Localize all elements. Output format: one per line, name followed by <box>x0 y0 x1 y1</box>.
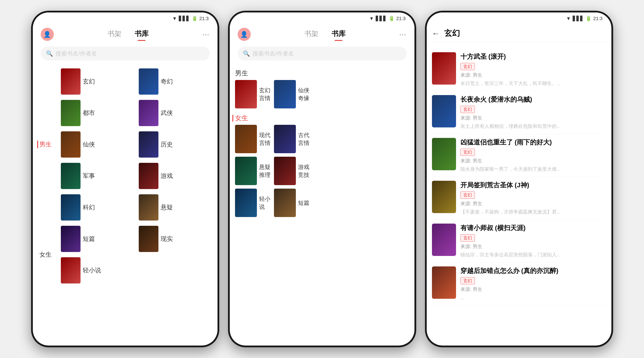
book-info-5: 有请小师叔 (横扫天涯) 玄幻 来源: 男生 镇仙宗，宗主等多位高层突然陨落，门… <box>460 224 606 258</box>
list-item[interactable]: 奇幻 <box>137 67 213 96</box>
book-cover-3 <box>432 138 456 170</box>
tab-library-1[interactable]: 书库 <box>134 29 148 39</box>
table-row[interactable]: 有请小师叔 (横扫天涯) 玄幻 来源: 男生 镇仙宗，宗主等多位高层突然陨落，门… <box>432 220 606 262</box>
more-button-2[interactable]: ··· <box>399 30 406 38</box>
book-cover-kehuan <box>61 194 80 220</box>
category-name-duanpian: 短篇 <box>83 235 95 243</box>
list-item[interactable]: 军事 <box>59 161 135 191</box>
book-source-3: 来源: 男生 <box>460 158 606 164</box>
tab-bookshelf-1[interactable]: 书架 <box>108 29 122 39</box>
time-display-3: 21:3 <box>593 16 603 21</box>
category-name-xianshi: 现实 <box>160 235 173 243</box>
list-item[interactable]: 历史 <box>137 130 213 159</box>
male-genre-header: 男生 <box>235 69 409 78</box>
status-bar-1: ▼ ▋▋▋ 🔋 21:3 <box>33 12 218 25</box>
male-genre-section: 男生 玄幻言情 仙侠奇缘 <box>230 67 414 111</box>
status-bar-2: ▼ ▋▋▋ 🔋 21:3 <box>230 12 414 25</box>
table-row[interactable]: 长夜余火 (爱潜水的乌贼) 玄幻 来源: 男生 灰土上所有人都相信，埋葬在危险和… <box>432 91 606 134</box>
book-source-2: 来源: 男生 <box>460 115 606 121</box>
book-source-6: 来源: 男生 <box>460 286 606 293</box>
time-display-2: 21:3 <box>396 16 406 21</box>
book-tag-1: 玄幻 <box>460 63 475 70</box>
book-info-2: 长夜余火 (爱潜水的乌贼) 玄幻 来源: 男生 灰土上所有人都相信，埋葬在危险和… <box>460 95 606 130</box>
list-item[interactable]: 玄幻言情 <box>235 80 270 108</box>
cover-img <box>61 68 80 95</box>
genre-cover-xianxia-qiyuan <box>274 80 296 108</box>
list-item[interactable]: 武侠 <box>137 98 213 128</box>
book-title-6: 穿越后加错点怎么办 (真的亦沉醉) <box>460 266 606 275</box>
male-genre-label[interactable]: 男生 <box>235 69 248 78</box>
list-item[interactable]: 科幻 <box>59 192 135 222</box>
book-tag-2: 玄幻 <box>460 106 475 113</box>
avatar-2[interactable]: 👤 <box>238 28 251 41</box>
signal-icon-3: ▋▋▋ <box>573 16 584 21</box>
search-bar-2[interactable]: 🔍 搜索书名/作者名 <box>238 46 406 61</box>
table-row[interactable]: 十方武圣 (滚开) 玄幻 来源: 男生 末日荒土，世宗三年，天下大乱，民不聊生。… <box>432 48 606 91</box>
book-title-3: 凶猛道侣也重生了 (雨下的好大) <box>460 138 606 147</box>
book-title-2: 长夜余火 (爱潜水的乌贼) <box>460 95 606 104</box>
category-name-junshi: 军事 <box>83 172 95 180</box>
list-item[interactable]: 游戏竞技 <box>274 157 310 185</box>
genre-cover-qingxiaoshuo <box>235 189 257 217</box>
back-button[interactable]: ← <box>432 29 440 38</box>
female-genre-label[interactable]: 女生 <box>235 114 248 123</box>
male-label[interactable]: 男生 <box>37 67 59 222</box>
list-item[interactable]: 短篇 <box>274 189 310 217</box>
book-desc-2: 灰土上所有人都相信，埋葬在危险和饥荒中的... <box>460 123 606 130</box>
book-cover-4 <box>432 181 456 213</box>
list-item[interactable]: 仙侠奇缘 <box>274 80 310 108</box>
more-button-1[interactable]: ··· <box>202 30 210 38</box>
male-section: 男生 玄幻 奇幻 都市 <box>33 67 218 222</box>
status-bar-3: ▼ ▋▋▋ 🔋 21:3 <box>427 12 612 25</box>
list-item[interactable]: 古代言情 <box>274 125 310 153</box>
list-item[interactable]: 轻小说 <box>59 255 135 285</box>
table-row[interactable]: 开局签到荒古圣体 (J神) 玄幻 来源: 男生 【不废柴，不舔狗，天骄争霸磊爽无… <box>432 177 606 220</box>
book-info-6: 穿越后加错点怎么办 (真的亦沉醉) 玄幻 来源: 男生 ... <box>460 266 606 301</box>
battery-icon-3: 🔋 <box>586 16 592 21</box>
avatar-icon-2: 👤 <box>240 31 248 38</box>
category-name-kehuan: 科幻 <box>83 203 95 211</box>
category-name-lishi: 历史 <box>160 140 173 149</box>
list-item[interactable]: 游戏 <box>137 161 213 191</box>
status-icons-2: ▼ ▋▋▋ 🔋 21:3 <box>369 16 406 21</box>
category-name-wuxia: 武侠 <box>160 109 173 117</box>
book-tag-4: 玄幻 <box>460 191 475 199</box>
list-item[interactable]: 仙侠 <box>59 130 135 159</box>
content-1: 男生 玄幻 奇幻 都市 <box>33 63 218 346</box>
female-genres-row-2: 悬疑推理 游戏竞技 <box>235 157 409 185</box>
book-desc-3: 陆水身为陪家唯一男丁，今天接到了族里大佬... <box>460 166 606 173</box>
table-row[interactable]: 凶猛道侣也重生了 (雨下的好大) 玄幻 来源: 男生 陆水身为陪家唯一男丁，今天… <box>432 134 606 177</box>
list-item[interactable]: 轻小说 <box>235 189 270 217</box>
book-cover-xianxia <box>61 131 80 158</box>
signal-icon: ▋▋▋ <box>179 16 190 21</box>
list-item[interactable]: 现代言情 <box>235 125 270 153</box>
header-1: 👤 书架 书库 ··· <box>33 25 218 44</box>
search-bar-1[interactable]: 🔍 搜索书名/作者名 <box>41 46 210 61</box>
status-icons-1: ▼ ▋▋▋ 🔋 21:3 <box>172 16 209 21</box>
list-item[interactable]: 玄幻 <box>59 67 135 96</box>
book-cover-junshi <box>61 163 80 189</box>
header-tabs-1: 书架 书库 <box>54 29 202 39</box>
list-item[interactable]: 悬疑 <box>137 192 213 222</box>
table-row[interactable]: 穿越后加错点怎么办 (真的亦沉醉) 玄幻 来源: 男生 ... <box>432 262 606 305</box>
genre-cover-xuanhuan-yanqing <box>235 80 257 108</box>
search-icon-1: 🔍 <box>46 50 53 57</box>
tab-bookshelf-2[interactable]: 书架 <box>304 29 318 39</box>
search-placeholder-2: 搜索书名/作者名 <box>252 50 294 57</box>
female-label[interactable]: 女生 <box>37 224 59 285</box>
book-info-1: 十方武圣 (滚开) 玄幻 来源: 男生 末日荒土，世宗三年，天下大乱，民不聊生。… <box>460 52 606 87</box>
content-2: 男生 玄幻言情 仙侠奇缘 女生 <box>230 63 414 346</box>
genre-cover-gudai <box>274 125 296 153</box>
category-name-youxi: 游戏 <box>160 172 173 180</box>
female-genres-row-3: 轻小说 短篇 <box>235 189 409 217</box>
book-desc-4: 【不废柴，不舔狗，天骄争霸磊爽无敌流】君... <box>460 208 606 215</box>
list-item[interactable]: 现实 <box>137 224 213 254</box>
tab-library-2[interactable]: 书库 <box>332 29 346 39</box>
avatar-1[interactable]: 👤 <box>41 28 54 41</box>
avatar-icon-1: 👤 <box>43 31 51 38</box>
phone-2: ▼ ▋▋▋ 🔋 21:3 👤 书架 书库 ··· 🔍 搜索书名/作者名 <box>228 11 416 347</box>
list-item[interactable]: 短篇 <box>59 224 135 254</box>
list-item[interactable]: 悬疑推理 <box>235 157 270 185</box>
list-item[interactable]: 都市 <box>59 98 135 128</box>
female-categories: 短篇 现实 轻小说 <box>59 224 213 285</box>
